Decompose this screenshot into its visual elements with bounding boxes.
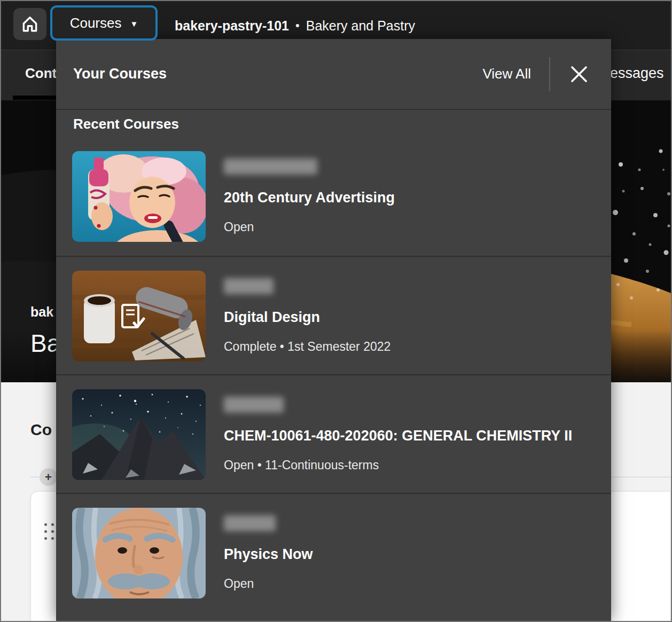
course-title[interactable]: Physics Now <box>224 546 313 563</box>
recent-courses-heading: Recent Courses <box>73 116 179 132</box>
drag-handle-icon[interactable] <box>44 523 56 540</box>
course-status: Open • 11-Continuous-terms <box>224 458 572 473</box>
breadcrumb-separator: • <box>295 19 300 33</box>
course-title[interactable]: CHEM-10061-480-202060: GENERAL CHEMISTRY… <box>224 428 572 444</box>
tab-content-label: Cont <box>25 65 57 82</box>
courses-menu-label: Courses <box>70 15 122 32</box>
hero-course-id: bak <box>30 304 53 320</box>
course-title[interactable]: Digital Design <box>224 309 390 326</box>
blurred-course-id <box>224 159 317 175</box>
tab-content[interactable]: Cont <box>25 50 57 96</box>
panel-header: Your Courses View All <box>56 39 611 110</box>
course-thumbnail-pinup <box>72 151 206 242</box>
blurred-course-id <box>224 397 284 413</box>
blurred-course-id <box>224 515 276 531</box>
tab-messages[interactable]: essages <box>610 50 664 96</box>
home-button[interactable] <box>13 8 46 40</box>
header-divider <box>549 57 550 91</box>
course-row-chemistry[interactable]: CHEM-10061-480-202060: GENERAL CHEMISTRY… <box>56 374 611 493</box>
app-window: Cont essages <box>0 0 672 622</box>
course-status: Complete • 1st Semester 2022 <box>224 340 390 354</box>
home-icon <box>20 14 40 34</box>
panel-title: Your Courses <box>73 66 167 82</box>
course-title[interactable]: 20th Century Advertising <box>224 190 395 206</box>
breadcrumb-course-title: Bakery and Pastry <box>306 18 415 34</box>
breadcrumb-course-id: bakery-pastry-101 <box>175 18 289 34</box>
course-row-digital-design[interactable]: Digital Design Complete • 1st Semester 2… <box>56 256 611 374</box>
add-content-button[interactable]: + <box>40 468 57 486</box>
blurred-course-id <box>224 278 274 294</box>
chevron-down-icon: ▼ <box>130 18 138 28</box>
close-button[interactable] <box>566 61 592 87</box>
document-check-icon <box>119 303 147 332</box>
tab-messages-label: essages <box>610 65 664 82</box>
view-all-link[interactable]: View All <box>480 62 533 85</box>
close-icon <box>569 64 589 84</box>
course-row-advertising[interactable]: 20th Century Advertising Open <box>56 137 611 256</box>
courses-menu-button[interactable]: Courses ▼ <box>50 5 158 41</box>
course-thumbnail-mountains <box>72 389 206 480</box>
course-status: Open <box>224 577 313 591</box>
course-thumbnail-coffee-notebook <box>72 271 206 361</box>
course-thumbnail-einstein <box>72 508 206 599</box>
course-list: 20th Century Advertising Open <box>56 137 611 611</box>
page-heading: Co <box>30 421 52 439</box>
course-status: Open <box>224 220 395 234</box>
your-courses-panel: Your Courses View All Recent Courses <box>56 39 611 621</box>
course-row-physics[interactable]: Physics Now Open <box>56 493 611 611</box>
